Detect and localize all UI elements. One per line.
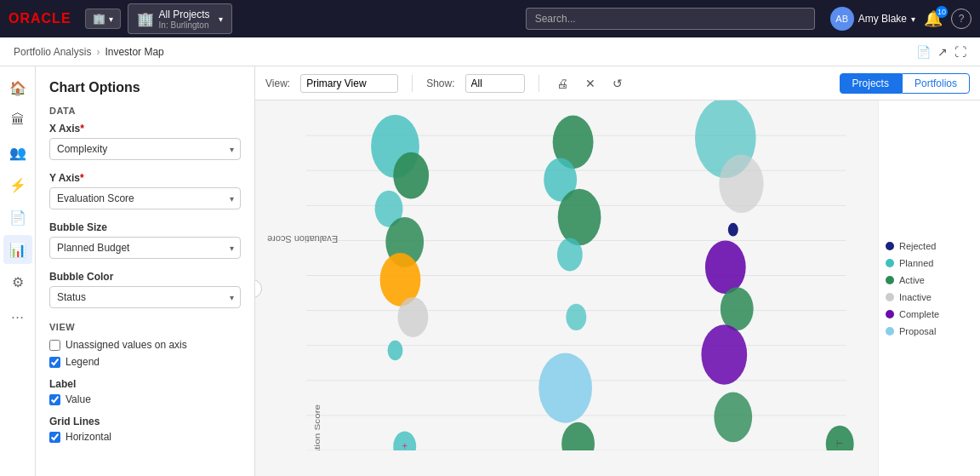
svg-point-25: [393, 152, 429, 199]
view-section: View Unassigned values on axis Legend: [49, 322, 241, 368]
bubble-size-select[interactable]: Planned Budget Actual Cost None: [49, 237, 241, 259]
breadcrumb: Portfolio Analysis › Investor Map: [14, 46, 164, 58]
unassigned-row: Unassigned values on axis: [49, 339, 241, 351]
legend-label-proposal: Proposal: [899, 326, 936, 336]
x-axis-label: X Axis*: [49, 123, 241, 135]
view-section-label: View: [49, 322, 241, 332]
active-dot: [886, 276, 894, 284]
svg-point-35: [558, 189, 601, 246]
search-input[interactable]: [526, 8, 815, 30]
sidebar-item-tasks[interactable]: ⚡: [3, 170, 32, 199]
projects-label: All Projects: [159, 9, 210, 20]
projects-sub: In: Burlington: [159, 20, 210, 30]
notification-btn[interactable]: 🔔 10: [924, 9, 943, 28]
projects-nav-btn[interactable]: 🏢 All Projects In: Burlington ▾: [128, 3, 232, 34]
grid-section: Grid Lines Horizontal: [49, 416, 241, 443]
legend-label-planned: Planned: [899, 258, 933, 268]
proposal-dot: [886, 327, 894, 335]
top-nav: ORACLE 🏢 ▾ 🏢 All Projects In: Burlington…: [0, 0, 980, 37]
breadcrumb-actions: 📄 ↗ ⛶: [916, 45, 966, 59]
configure-icon-btn[interactable]: ✕: [582, 75, 599, 92]
breadcrumb-parent[interactable]: Portfolio Analysis: [14, 46, 91, 58]
sidebar-item-settings[interactable]: ⚙: [3, 267, 32, 296]
svg-text:⊢: ⊢: [836, 439, 843, 449]
view-select[interactable]: Primary View Secondary View: [300, 74, 398, 93]
value-label: Value: [66, 393, 91, 405]
view-toolbar-label: View:: [265, 77, 290, 89]
tab-projects[interactable]: Projects: [840, 73, 902, 94]
tab-portfolios[interactable]: Portfolios: [902, 73, 970, 94]
svg-text:+: +: [402, 439, 407, 450]
bubble-size-label: Bubble Size: [49, 221, 241, 233]
planned-dot: [886, 259, 894, 267]
x-axis-select[interactable]: Complexity Risk Priority: [49, 138, 241, 160]
avatar: AB: [830, 7, 854, 31]
breadcrumb-bar: Portfolio Analysis › Investor Map 📄 ↗ ⛶: [0, 37, 980, 66]
grid-section-label: Grid Lines: [49, 416, 241, 427]
svg-point-44: [721, 287, 754, 330]
bubble-color-select[interactable]: Status Priority None: [49, 286, 241, 308]
toolbar-separator-1: [412, 75, 413, 92]
label-section-label: Label: [49, 378, 241, 390]
svg-point-46: [714, 393, 752, 443]
legend-item-inactive: Inactive: [886, 292, 973, 302]
sidebar-item-analytics[interactable]: 📊: [3, 235, 32, 264]
inactive-dot: [886, 293, 894, 301]
home-nav-btn[interactable]: 🏢 ▾: [85, 9, 121, 29]
legend-item-complete: Complete: [886, 309, 973, 319]
user-menu[interactable]: AB Amy Blake ▾: [830, 7, 915, 31]
bubble-color-wrapper: Status Priority None ▾: [49, 286, 241, 308]
share-icon-btn[interactable]: ↗: [937, 45, 948, 59]
legend-item-planned: Planned: [886, 258, 973, 268]
value-checkbox[interactable]: [49, 394, 60, 405]
sidebar-item-portfolio[interactable]: 🏛: [3, 106, 32, 135]
sidebar-item-people[interactable]: 👥: [3, 138, 32, 167]
tab-group: Projects Portfolios: [840, 73, 970, 94]
breadcrumb-sep: ›: [96, 46, 100, 58]
y-axis-label: Evaluation Score: [267, 234, 338, 244]
svg-point-43: [705, 240, 746, 294]
nav-right: AB Amy Blake ▾ 🔔 10 ?: [830, 7, 971, 31]
svg-point-36: [557, 238, 583, 271]
sidebar-item-home[interactable]: 🏠: [3, 73, 32, 102]
sidebar-item-docs[interactable]: 📄: [3, 203, 32, 232]
horizontal-row: Horizontal: [49, 431, 241, 443]
view-select-wrapper: Primary View Secondary View: [300, 74, 398, 93]
svg-point-41: [719, 155, 763, 214]
horizontal-checkbox[interactable]: [49, 432, 60, 443]
x-axis-wrapper: Complexity Risk Priority ▾: [49, 138, 241, 160]
legend-label-inactive: Inactive: [899, 292, 932, 302]
y-axis-wrapper: Evaluation Score Priority Risk ▾: [49, 187, 241, 209]
legend-row: Legend: [49, 356, 241, 368]
refresh-icon-btn[interactable]: ↺: [609, 75, 626, 92]
save-icon-btn[interactable]: 📄: [916, 45, 931, 59]
show-select-wrapper: All Active Inactive: [465, 74, 525, 93]
legend-item-proposal: Proposal: [886, 326, 973, 336]
data-section-label: Data: [49, 106, 241, 116]
value-row: Value: [49, 393, 241, 405]
legend-item-active: Active: [886, 275, 973, 285]
unassigned-checkbox[interactable]: [49, 340, 60, 351]
show-select[interactable]: All Active Inactive: [465, 74, 525, 93]
complete-dot: [886, 310, 894, 318]
legend-checkbox[interactable]: [49, 357, 60, 368]
help-btn[interactable]: ?: [951, 9, 971, 29]
print-icon-btn[interactable]: 🖨: [553, 75, 572, 92]
toolbar-separator-2: [538, 75, 539, 92]
fullscreen-icon-btn[interactable]: ⛶: [954, 45, 966, 59]
sidebar-item-more[interactable]: …: [3, 300, 32, 329]
svg-point-39: [561, 422, 595, 450]
legend-label: Legend: [66, 356, 100, 368]
y-axis-select[interactable]: Evaluation Score Priority Risk: [49, 187, 241, 209]
left-panel: Chart Options Data X Axis* Complexity Ri…: [36, 66, 255, 476]
chart-svg: 90.00% 80.00% 70.00% 60.00% 50.00% 40.00…: [306, 100, 878, 450]
chart-inner: Evaluation Score 90.00% 80.0: [255, 100, 878, 476]
bubble-color-label: Bubble Color: [49, 271, 241, 283]
legend-panel: Rejected Planned Active Inactive Complet…: [878, 100, 980, 476]
legend-label-complete: Complete: [899, 309, 939, 319]
oracle-logo: ORACLE: [9, 11, 71, 26]
user-name: Amy Blake: [858, 13, 907, 25]
svg-point-37: [566, 304, 586, 330]
svg-point-45: [701, 324, 747, 384]
panel-title: Chart Options: [49, 80, 241, 95]
